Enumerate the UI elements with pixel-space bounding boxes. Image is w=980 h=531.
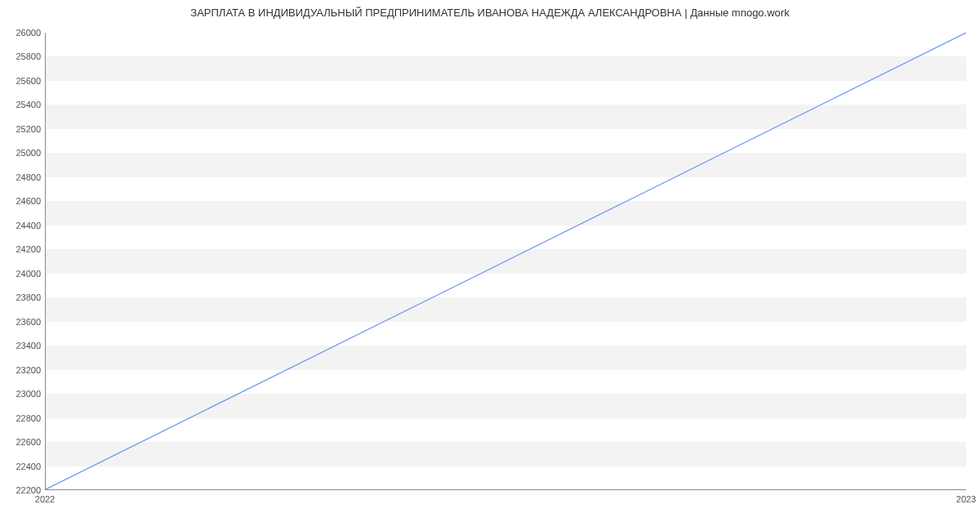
y-tick-label: 22800 [0, 413, 41, 423]
line-series [46, 33, 966, 489]
y-tick-label: 24000 [0, 269, 41, 279]
y-tick-label: 24600 [0, 196, 41, 206]
y-tick-label: 22400 [0, 462, 41, 471]
y-tick-label: 25200 [0, 124, 41, 134]
y-tick-label: 25400 [0, 100, 41, 109]
y-tick-label: 24200 [0, 244, 41, 254]
y-tick-label: 23600 [0, 317, 41, 327]
y-tick-label: 25000 [0, 148, 41, 158]
y-tick-label: 24400 [0, 221, 41, 230]
y-tick-label: 23000 [0, 389, 41, 399]
chart-title: ЗАРПЛАТА В ИНДИВИДУАЛЬНЫЙ ПРЕДПРИНИМАТЕЛ… [0, 7, 980, 19]
y-tick-label: 25600 [0, 76, 41, 86]
y-tick-label: 23400 [0, 341, 41, 350]
y-tick-label: 23800 [0, 292, 41, 302]
plot-area [45, 33, 966, 490]
y-tick-label: 24800 [0, 172, 41, 182]
x-tick-label: 2023 [956, 494, 976, 504]
y-tick-label: 23200 [0, 365, 41, 375]
x-tick-label: 2022 [35, 494, 55, 504]
y-tick-label: 26000 [0, 28, 41, 38]
y-tick-label: 22600 [0, 437, 41, 447]
chart-container: ЗАРПЛАТА В ИНДИВИДУАЛЬНЫЙ ПРЕДПРИНИМАТЕЛ… [0, 0, 980, 531]
y-tick-label: 25800 [0, 51, 41, 61]
